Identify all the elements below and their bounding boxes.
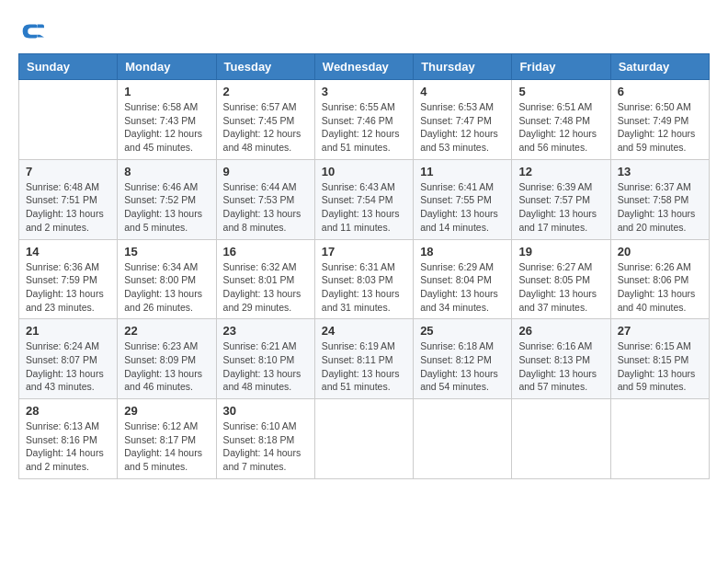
- calendar-cell: 22Sunrise: 6:23 AM Sunset: 8:09 PM Dayli…: [118, 319, 216, 399]
- day-number: 16: [223, 245, 308, 259]
- day-info: Sunrise: 6:12 AM Sunset: 8:17 PM Dayligh…: [124, 419, 209, 474]
- calendar-cell: 23Sunrise: 6:21 AM Sunset: 8:10 PM Dayli…: [216, 319, 314, 399]
- day-header-thursday: Thursday: [414, 54, 512, 80]
- day-number: 29: [124, 404, 209, 418]
- day-info: Sunrise: 6:19 AM Sunset: 8:11 PM Dayligh…: [322, 339, 406, 394]
- calendar-cell: 2Sunrise: 6:57 AM Sunset: 7:45 PM Daylig…: [216, 80, 314, 160]
- day-info: Sunrise: 6:58 AM Sunset: 7:43 PM Dayligh…: [124, 100, 209, 155]
- day-info: Sunrise: 6:27 AM Sunset: 8:05 PM Dayligh…: [518, 260, 603, 315]
- day-info: Sunrise: 6:10 AM Sunset: 8:18 PM Dayligh…: [223, 419, 308, 474]
- logo-icon: [18, 18, 44, 44]
- calendar-cell: 14Sunrise: 6:36 AM Sunset: 7:59 PM Dayli…: [19, 239, 118, 319]
- day-info: Sunrise: 6:41 AM Sunset: 7:55 PM Dayligh…: [420, 180, 505, 235]
- day-number: 5: [518, 85, 603, 98]
- day-info: Sunrise: 6:57 AM Sunset: 7:45 PM Dayligh…: [223, 100, 308, 155]
- day-info: Sunrise: 6:37 AM Sunset: 7:58 PM Dayligh…: [618, 180, 702, 235]
- calendar-cell: 15Sunrise: 6:34 AM Sunset: 8:00 PM Dayli…: [118, 239, 216, 319]
- calendar-cell: 21Sunrise: 6:24 AM Sunset: 8:07 PM Dayli…: [19, 319, 118, 399]
- day-info: Sunrise: 6:18 AM Sunset: 8:12 PM Dayligh…: [420, 339, 505, 394]
- day-header-tuesday: Tuesday: [216, 54, 314, 80]
- calendar-cell: [19, 80, 118, 160]
- day-number: 2: [223, 85, 308, 98]
- day-number: 13: [618, 165, 702, 178]
- calendar-header-row: SundayMondayTuesdayWednesdayThursdayFrid…: [19, 54, 710, 80]
- day-number: 25: [420, 324, 505, 338]
- day-number: 11: [420, 165, 505, 178]
- calendar-cell: 10Sunrise: 6:43 AM Sunset: 7:54 PM Dayli…: [314, 159, 413, 239]
- calendar-cell: 12Sunrise: 6:39 AM Sunset: 7:57 PM Dayli…: [512, 159, 610, 239]
- calendar-cell: 19Sunrise: 6:27 AM Sunset: 8:05 PM Dayli…: [512, 239, 610, 319]
- day-info: Sunrise: 6:26 AM Sunset: 8:06 PM Dayligh…: [618, 260, 702, 315]
- day-info: Sunrise: 6:44 AM Sunset: 7:53 PM Dayligh…: [223, 180, 308, 235]
- day-info: Sunrise: 6:24 AM Sunset: 8:07 PM Dayligh…: [26, 339, 110, 394]
- day-info: Sunrise: 6:13 AM Sunset: 8:16 PM Dayligh…: [26, 419, 110, 474]
- calendar-cell: [314, 399, 413, 479]
- day-number: 22: [124, 324, 209, 338]
- calendar-cell: 27Sunrise: 6:15 AM Sunset: 8:15 PM Dayli…: [610, 319, 709, 399]
- calendar-cell: 4Sunrise: 6:53 AM Sunset: 7:47 PM Daylig…: [414, 80, 512, 160]
- calendar-cell: 29Sunrise: 6:12 AM Sunset: 8:17 PM Dayli…: [118, 399, 216, 479]
- calendar-week-2: 7Sunrise: 6:48 AM Sunset: 7:51 PM Daylig…: [19, 159, 710, 239]
- day-info: Sunrise: 6:29 AM Sunset: 8:04 PM Dayligh…: [420, 260, 505, 315]
- calendar-cell: 28Sunrise: 6:13 AM Sunset: 8:16 PM Dayli…: [19, 399, 118, 479]
- day-number: 7: [26, 165, 110, 178]
- day-info: Sunrise: 6:34 AM Sunset: 8:00 PM Dayligh…: [124, 260, 209, 315]
- day-info: Sunrise: 6:31 AM Sunset: 8:03 PM Dayligh…: [322, 260, 406, 315]
- day-number: 28: [26, 404, 110, 418]
- day-number: 12: [518, 165, 603, 178]
- calendar-cell: [414, 399, 512, 479]
- calendar-cell: 7Sunrise: 6:48 AM Sunset: 7:51 PM Daylig…: [19, 159, 118, 239]
- day-number: 10: [322, 165, 406, 178]
- calendar-cell: 30Sunrise: 6:10 AM Sunset: 8:18 PM Dayli…: [216, 399, 314, 479]
- day-info: Sunrise: 6:46 AM Sunset: 7:52 PM Dayligh…: [124, 180, 209, 235]
- day-number: 18: [420, 245, 505, 259]
- day-number: 1: [124, 85, 209, 98]
- day-number: 20: [618, 245, 702, 259]
- day-number: 8: [124, 165, 209, 178]
- day-number: 30: [223, 404, 308, 418]
- day-info: Sunrise: 6:16 AM Sunset: 8:13 PM Dayligh…: [518, 339, 603, 394]
- calendar-cell: 18Sunrise: 6:29 AM Sunset: 8:04 PM Dayli…: [414, 239, 512, 319]
- day-info: Sunrise: 6:48 AM Sunset: 7:51 PM Dayligh…: [26, 180, 110, 235]
- calendar-cell: 26Sunrise: 6:16 AM Sunset: 8:13 PM Dayli…: [512, 319, 610, 399]
- calendar-cell: 20Sunrise: 6:26 AM Sunset: 8:06 PM Dayli…: [610, 239, 709, 319]
- day-info: Sunrise: 6:51 AM Sunset: 7:48 PM Dayligh…: [518, 100, 603, 155]
- day-number: 6: [618, 85, 702, 98]
- calendar-cell: 5Sunrise: 6:51 AM Sunset: 7:48 PM Daylig…: [512, 80, 610, 160]
- day-number: 9: [223, 165, 308, 178]
- day-info: Sunrise: 6:55 AM Sunset: 7:46 PM Dayligh…: [322, 100, 406, 155]
- day-number: 27: [618, 324, 702, 338]
- logo: [18, 18, 48, 44]
- calendar-cell: 9Sunrise: 6:44 AM Sunset: 7:53 PM Daylig…: [216, 159, 314, 239]
- calendar-cell: 17Sunrise: 6:31 AM Sunset: 8:03 PM Dayli…: [314, 239, 413, 319]
- calendar-cell: 25Sunrise: 6:18 AM Sunset: 8:12 PM Dayli…: [414, 319, 512, 399]
- day-number: 15: [124, 245, 209, 259]
- day-number: 19: [518, 245, 603, 259]
- day-header-monday: Monday: [118, 54, 216, 80]
- day-header-saturday: Saturday: [610, 54, 709, 80]
- day-header-friday: Friday: [512, 54, 610, 80]
- calendar-cell: 24Sunrise: 6:19 AM Sunset: 8:11 PM Dayli…: [314, 319, 413, 399]
- day-info: Sunrise: 6:53 AM Sunset: 7:47 PM Dayligh…: [420, 100, 505, 155]
- day-info: Sunrise: 6:15 AM Sunset: 8:15 PM Dayligh…: [618, 339, 702, 394]
- calendar-cell: 1Sunrise: 6:58 AM Sunset: 7:43 PM Daylig…: [118, 80, 216, 160]
- day-info: Sunrise: 6:23 AM Sunset: 8:09 PM Dayligh…: [124, 339, 209, 394]
- calendar-cell: [512, 399, 610, 479]
- svg-rect-0: [18, 18, 44, 44]
- calendar-week-5: 28Sunrise: 6:13 AM Sunset: 8:16 PM Dayli…: [19, 399, 710, 479]
- day-info: Sunrise: 6:21 AM Sunset: 8:10 PM Dayligh…: [223, 339, 308, 394]
- day-info: Sunrise: 6:36 AM Sunset: 7:59 PM Dayligh…: [26, 260, 110, 315]
- day-info: Sunrise: 6:50 AM Sunset: 7:49 PM Dayligh…: [618, 100, 702, 155]
- page-header: [18, 18, 710, 44]
- calendar-cell: 6Sunrise: 6:50 AM Sunset: 7:49 PM Daylig…: [610, 80, 709, 160]
- day-number: 17: [322, 245, 406, 259]
- calendar-table: SundayMondayTuesdayWednesdayThursdayFrid…: [18, 53, 710, 479]
- day-number: 14: [26, 245, 110, 259]
- day-number: 26: [518, 324, 603, 338]
- calendar-cell: 8Sunrise: 6:46 AM Sunset: 7:52 PM Daylig…: [118, 159, 216, 239]
- day-number: 23: [223, 324, 308, 338]
- calendar-cell: 3Sunrise: 6:55 AM Sunset: 7:46 PM Daylig…: [314, 80, 413, 160]
- day-number: 24: [322, 324, 406, 338]
- calendar-cell: [610, 399, 709, 479]
- day-number: 3: [322, 85, 406, 98]
